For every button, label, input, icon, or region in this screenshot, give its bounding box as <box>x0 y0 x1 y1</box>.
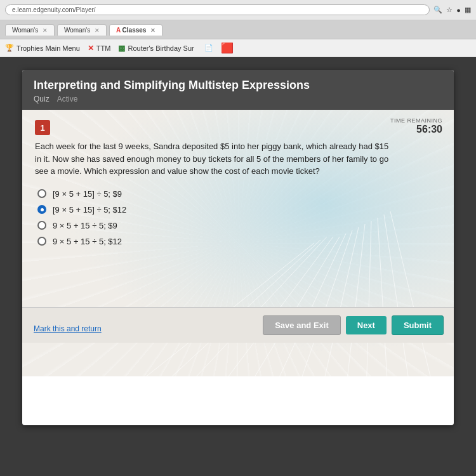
answer-text-a: [9 × 5 + 15] ÷ 5; $9 <box>53 189 122 199</box>
tab-close-2[interactable]: ✕ <box>95 27 100 34</box>
question-number-badge: 1 <box>35 120 50 135</box>
question-text: Each week for the last 9 weeks, Sandra d… <box>35 140 390 178</box>
tab-close-1[interactable]: ✕ <box>43 27 48 34</box>
browser-star-icon[interactable]: ☆ <box>446 6 453 14</box>
answer-text-b: [9 × 5 + 15] ÷ 5; $12 <box>53 205 126 215</box>
radio-c[interactable] <box>37 221 46 230</box>
submit-button[interactable]: Submit <box>392 315 444 335</box>
bookmark-router[interactable]: ▩ Router's Birthday Sur <box>118 44 194 53</box>
answer-text-c: 9 × 5 + 15 ÷ 5; $9 <box>53 221 117 230</box>
tab-womans-2[interactable]: Woman's ✕ <box>57 24 107 36</box>
tab-womans-1[interactable]: Woman's ✕ <box>5 24 55 36</box>
radio-b[interactable] <box>37 205 46 214</box>
bookmark-page-icon: 📄 <box>204 44 213 52</box>
mark-return-container: Mark this and return <box>34 322 102 334</box>
save-exit-button[interactable]: Save and Exit <box>263 315 341 335</box>
answer-option-b[interactable]: [9 × 5 + 15] ÷ 5; $12 <box>37 205 441 215</box>
radio-a[interactable] <box>37 189 46 198</box>
timer: TIME REMAINING 56:30 <box>390 117 442 135</box>
quiz-meta: Quiz Active <box>34 95 442 103</box>
tab-label: Woman's <box>12 27 38 34</box>
radio-d[interactable] <box>37 237 46 246</box>
next-button[interactable]: Next <box>346 316 387 334</box>
bookmark-bar: 🏆 Trophies Main Menu ✕ TTM ▩ Router's Bi… <box>0 39 476 57</box>
answer-text-d: 9 × 5 + 15 ÷ 5; $12 <box>53 237 122 246</box>
router-icon: ▩ <box>118 44 125 53</box>
tab-bar: Woman's ✕ Woman's ✕ A Classes ✕ <box>0 20 476 39</box>
x-icon-red: ✕ <box>88 44 94 53</box>
mark-return-link[interactable]: Mark this and return <box>34 324 102 333</box>
tab-label-classes: Classes <box>122 27 147 34</box>
quiz-content-wrapper: 1 TIME REMAINING 56:30 Each week for the… <box>22 110 454 256</box>
quiz-header: Interpreting and Simplifying Multistep E… <box>22 70 454 110</box>
quiz-body: 1 TIME REMAINING 56:30 Each week for the… <box>22 110 454 376</box>
trophy-icon: 🏆 <box>5 44 14 52</box>
quiz-type: Quiz <box>34 95 50 103</box>
bookmark-trophies[interactable]: 🏆 Trophies Main Menu <box>5 44 80 52</box>
browser-menu-icon[interactable]: ▦ <box>465 6 471 14</box>
answer-option-a[interactable]: [9 × 5 + 15] ÷ 5; $9 <box>37 189 441 199</box>
answer-option-c[interactable]: 9 × 5 + 15 ÷ 5; $9 <box>37 221 441 230</box>
bookmark-app-icon: 🟥 <box>221 42 234 54</box>
tab-classes[interactable]: A Classes ✕ <box>109 24 162 36</box>
quiz-container: Interpreting and Simplifying Multistep E… <box>22 70 454 425</box>
bookmark-ttm[interactable]: ✕ TTM <box>88 44 111 53</box>
tab-label: Woman's <box>64 27 90 34</box>
answer-option-d[interactable]: 9 × 5 + 15 ÷ 5; $12 <box>37 237 441 246</box>
answer-options: [9 × 5 + 15] ÷ 5; $9 [9 × 5 + 15] ÷ 5; $… <box>37 189 441 246</box>
browser-search-icon[interactable]: 🔍 <box>433 6 442 14</box>
classes-icon: A <box>116 27 121 34</box>
bookmark-trophies-label: Trophies Main Menu <box>17 44 80 52</box>
bookmark-ttm-label: TTM <box>96 44 111 52</box>
address-bar[interactable]: e.learn.edgenuity.com/Player/ <box>5 4 430 15</box>
browser-bar: e.learn.edgenuity.com/Player/ 🔍 ☆ ● ▦ <box>0 0 476 20</box>
bookmark-router-label: Router's Birthday Sur <box>128 44 194 52</box>
tab-close-3[interactable]: ✕ <box>150 27 155 34</box>
browser-profile-icon[interactable]: ● <box>456 6 461 14</box>
quiz-title: Interpreting and Simplifying Multistep E… <box>34 79 442 92</box>
content-area: Interpreting and Simplifying Multistep E… <box>0 57 476 476</box>
timer-label: TIME REMAINING <box>390 117 442 124</box>
timer-value: 56:30 <box>390 124 442 135</box>
quiz-status: Active <box>57 95 78 103</box>
